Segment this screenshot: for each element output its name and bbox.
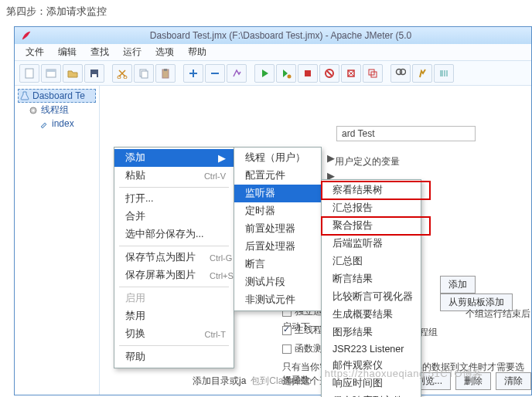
svg-rect-8 xyxy=(142,71,148,78)
mi-merge[interactable]: 合并 xyxy=(114,208,234,226)
menu-run[interactable]: 运行 xyxy=(117,44,148,60)
separator xyxy=(119,287,229,287)
separator xyxy=(119,246,229,246)
tree-leaf-label: index xyxy=(52,118,74,129)
mi-mailer-visualizer[interactable]: 邮件观察仪 xyxy=(322,357,430,375)
mi-add[interactable]: 添加▶ xyxy=(114,149,234,167)
tree-root-label: Dasboard Te xyxy=(32,90,85,101)
toolbar xyxy=(15,61,531,86)
chevron-right-icon: ▶ xyxy=(327,152,335,164)
menu-file[interactable]: 文件 xyxy=(19,44,50,60)
context-menu-listener: 察看结果树 汇总报告 聚合报告 后端监听器 汇总图 断言结果 比较断言可视化器 … xyxy=(321,179,421,397)
mi-generate-summary[interactable]: 生成概要结果 xyxy=(322,306,430,324)
tree-panel: Dasboard Te 线程组 index xyxy=(15,86,100,395)
titlebar: Dasboard Test.jmx (F:\Dasboard Test.jmx)… xyxy=(15,27,531,44)
svg-rect-10 xyxy=(164,69,167,71)
mi-save-selection[interactable]: 选中部分保存为... xyxy=(114,226,234,243)
mi-graph-results[interactable]: 图形结果 xyxy=(322,324,430,341)
classpath-mid: 包到ClassPath xyxy=(251,375,312,388)
tb-templates[interactable] xyxy=(41,64,61,83)
mi-threads[interactable]: 线程（用户）▶ xyxy=(234,149,343,167)
tb-panel[interactable] xyxy=(434,64,454,83)
svg-rect-21 xyxy=(446,70,448,76)
tb-toggle[interactable] xyxy=(227,64,247,83)
svg-rect-0 xyxy=(26,69,33,78)
menu-options[interactable]: 选项 xyxy=(149,44,180,60)
separator xyxy=(119,187,229,188)
mi-help[interactable]: 帮助 xyxy=(114,348,234,366)
mi-open[interactable]: 打开... xyxy=(114,190,234,208)
svg-rect-20 xyxy=(444,70,445,76)
separator xyxy=(119,345,229,346)
mi-aggregate-report[interactable]: 聚合报告 xyxy=(322,217,430,235)
mi-backend-listener[interactable]: 后端监听器 xyxy=(322,235,430,253)
mi-compare-assertion[interactable]: 比较断言可视化器 xyxy=(322,288,430,306)
mi-summary-report[interactable]: 汇总报告 xyxy=(322,199,430,217)
mi-save-screen-img[interactable]: 保存屏幕为图片Ctrl+Shift-G xyxy=(114,266,234,284)
name-field-fragment[interactable]: ard Test xyxy=(336,126,476,141)
mi-disable[interactable]: 禁用 xyxy=(114,307,234,325)
menu-search[interactable]: 查找 xyxy=(84,44,115,60)
tb-start-no-pause[interactable] xyxy=(276,64,296,83)
flask-icon xyxy=(20,91,29,100)
tb-find[interactable] xyxy=(390,64,411,83)
tree-group-label: 线程组 xyxy=(41,103,69,117)
context-menu-main: 添加▶ 粘贴Ctrl-V 打开... 合并 选中部分保存为... 保存节点为图片… xyxy=(114,147,234,368)
gear-icon xyxy=(29,106,38,115)
mi-view-results-tree[interactable]: 察看结果树 xyxy=(322,182,430,199)
tree-thread-group[interactable]: 线程组 xyxy=(18,103,96,117)
chevron-right-icon: ▶ xyxy=(218,152,226,164)
add-button[interactable]: 添加 xyxy=(440,276,476,294)
menubar: 文件 编辑 查找 运行 选项 帮助 xyxy=(15,44,531,61)
svg-rect-19 xyxy=(440,70,443,76)
classpath-label: 添加目录或ja xyxy=(193,375,246,388)
mi-save-node-img[interactable]: 保存节点为图片Ctrl-G xyxy=(114,249,234,266)
window-title: Dasboard Test.jmx (F:\Dasboard Test.jmx)… xyxy=(36,30,525,41)
menu-edit[interactable]: 编辑 xyxy=(52,44,83,60)
tb-paste[interactable] xyxy=(155,64,176,83)
tb-new[interactable] xyxy=(19,64,39,83)
section-label: 用户定义的变量 xyxy=(335,155,400,168)
svg-rect-12 xyxy=(305,70,311,76)
tree-test-plan[interactable]: Dasboard Te xyxy=(18,89,96,103)
mi-jsr223-listener[interactable]: JSR223 Listener xyxy=(322,341,430,357)
mi-toggle[interactable]: 切换Ctrl-T xyxy=(114,325,234,343)
mi-response-time-graph[interactable]: 响应时间图 xyxy=(322,375,430,392)
svg-point-18 xyxy=(401,69,406,74)
tb-shutdown[interactable] xyxy=(319,64,339,83)
mi-assertion-results[interactable]: 断言结果 xyxy=(322,270,430,288)
tb-reset[interactable] xyxy=(412,64,432,83)
mi-paste[interactable]: 粘贴Ctrl-V xyxy=(114,167,234,185)
context-menu-add: 线程（用户）▶ 配置元件▶ 监听器▶ 定时器▶ 前置处理器▶ 后置处理器▶ 断言… xyxy=(234,147,322,311)
tb-expand[interactable] xyxy=(183,64,203,83)
pipette-icon xyxy=(39,119,49,128)
tb-copy[interactable] xyxy=(134,64,154,83)
tb-cut[interactable] xyxy=(112,64,132,83)
tree-sampler-index[interactable]: index xyxy=(18,117,96,130)
step-header: 第四步：添加请求监控 xyxy=(0,0,532,23)
tb-stop[interactable] xyxy=(298,64,318,83)
jmeter-window: Dasboard Test.jmx (F:\Dasboard Test.jmx)… xyxy=(14,26,532,395)
delete-button[interactable]: 删除 xyxy=(455,372,491,390)
tb-clearall[interactable] xyxy=(363,64,383,83)
mi-summary-graph[interactable]: 汇总图 xyxy=(322,253,430,270)
clear-button[interactable]: 清除 xyxy=(496,372,531,390)
svg-rect-2 xyxy=(46,70,56,72)
mi-enable: 启用 xyxy=(114,290,234,307)
tb-collapse[interactable] xyxy=(205,64,225,83)
tb-start[interactable] xyxy=(254,64,275,83)
tb-open[interactable] xyxy=(63,64,83,83)
app-icon xyxy=(21,30,32,41)
tb-save[interactable] xyxy=(84,64,104,83)
svg-point-23 xyxy=(32,109,35,111)
tb-clear[interactable] xyxy=(341,64,361,83)
menu-help[interactable]: 帮助 xyxy=(182,44,213,60)
svg-rect-4 xyxy=(92,74,97,77)
mi-save-responses[interactable]: 保存响应到文件 xyxy=(322,392,430,397)
svg-point-11 xyxy=(288,74,292,78)
